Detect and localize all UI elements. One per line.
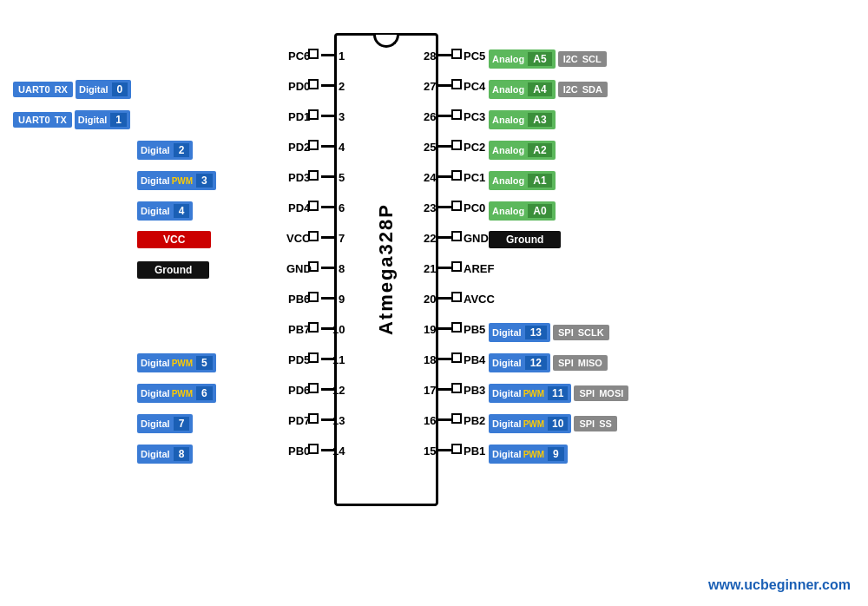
pin-line-22: [438, 236, 451, 239]
pin-name-2: PD0: [288, 80, 310, 93]
pwm-label-11: PWM: [523, 389, 544, 399]
badge-ground-right: Ground: [489, 231, 561, 248]
pin-num-11: 11: [332, 353, 345, 366]
pin-name-4: PD2: [288, 141, 310, 154]
spi-func-mosi: MOSI: [599, 388, 623, 399]
badge-digital-pwm-5: Digital PWM 5: [137, 353, 216, 372]
pin-name-20: AVCC: [464, 293, 495, 306]
pin-name-8: GND: [286, 262, 312, 275]
badge-group-16: Digital PWM 10 SPI SS: [489, 414, 617, 433]
digital-label-5: Digital: [141, 358, 170, 368]
digital-label-9: Digital: [492, 449, 522, 459]
pin-line-17: [438, 388, 451, 391]
pin-name-13: PD7: [288, 414, 310, 427]
badge-analog-a5: Analog A5: [489, 49, 556, 69]
digital-num-5: 5: [196, 356, 213, 370]
pin-num-10: 10: [332, 323, 345, 336]
pin-num-23: 23: [424, 201, 436, 214]
badge-i2c-sda: I2C SDA: [558, 82, 608, 97]
pin-name-6: PD4: [288, 201, 310, 214]
digital-label-10: Digital: [492, 418, 522, 429]
pin-line-25: [438, 145, 451, 148]
pin-num-5: 5: [339, 171, 345, 184]
pin-line-16: [438, 418, 451, 421]
pwm-label-5: PWM: [172, 359, 193, 368]
pin-name-5: PD3: [288, 171, 310, 184]
digital-num-11: 11: [548, 386, 568, 400]
pin-sq-19: [451, 322, 462, 333]
digital-num-13: 13: [525, 326, 547, 339]
badge-digital-4: Digital 4: [137, 201, 193, 221]
pin-sq-26: [451, 109, 462, 120]
badge-vcc: VCC: [137, 231, 211, 248]
pin-line-9: [321, 297, 334, 300]
pin-num-2: 2: [339, 80, 345, 93]
digital-label-7: Digital: [141, 418, 170, 429]
digital-label-2: Digital: [141, 145, 170, 155]
pin-name-22: GND: [464, 232, 489, 245]
pwm-label-3: PWM: [172, 176, 193, 186]
analog-label-a1: Analog: [492, 175, 524, 186]
digital-num: 0: [112, 82, 128, 96]
pin-sq-18: [451, 352, 462, 363]
pin-sq-20: [451, 292, 462, 302]
pin-num-9: 9: [339, 293, 345, 306]
pin-name-19: PB5: [464, 323, 485, 336]
pin-name-7: VCC: [286, 232, 310, 245]
pin-name-11: PD5: [288, 353, 310, 366]
badge-group-25: Analog A2: [489, 141, 556, 160]
badge-digital-1: Digital 1: [75, 110, 130, 129]
digital-label-8: Digital: [141, 449, 170, 459]
pin-sq-24: [451, 170, 462, 181]
pin-num-16: 16: [424, 414, 436, 427]
pin-sq-22: [451, 231, 462, 241]
pin-line-7: [321, 236, 334, 239]
pin-num-15: 15: [424, 445, 436, 458]
pin-name-24: PC1: [464, 171, 485, 184]
pin-num-14: 14: [332, 445, 345, 458]
pin-name-15: PB1: [464, 445, 485, 458]
spi-label-mosi: SPI: [579, 388, 595, 399]
pin-sq-27: [451, 79, 462, 89]
pin-name-17: PB3: [464, 384, 485, 397]
i2c-label-sda: I2C: [563, 84, 578, 95]
badge-group-19: Digital 13 SPI SCLK: [489, 323, 609, 342]
ic-notch: [373, 35, 399, 48]
badge-digital-2: Digital 2: [137, 141, 193, 160]
digital-num-6: 6: [196, 386, 213, 400]
pin-num-1: 1: [339, 49, 345, 63]
badge-ground-label-right: Ground: [489, 231, 561, 248]
pin-num-13: 13: [332, 414, 345, 427]
pin-line-8: [321, 267, 334, 269]
pin-num-25: 25: [424, 141, 436, 154]
i2c-label-scl: I2C: [563, 54, 578, 64]
pin-name-3: PD1: [288, 110, 310, 123]
badge-digital-0: Digital 0: [76, 80, 131, 99]
pin-name-9: PB6: [288, 293, 310, 306]
website-url: www.ucbeginner.com: [708, 577, 851, 593]
digital-label-13: Digital: [492, 327, 522, 338]
spi-func-miso: MISO: [578, 358, 602, 368]
digital-num-4: 4: [174, 204, 190, 218]
analog-num-a0: A0: [528, 204, 551, 218]
uart-dir-tx: TX: [55, 115, 67, 125]
uart-label-tx: UART0: [18, 115, 50, 125]
analog-label-a3: Analog: [492, 115, 524, 125]
badge-spi-ss: SPI SS: [574, 416, 616, 431]
pwm-label-6: PWM: [172, 389, 193, 399]
digital-num-7: 7: [174, 417, 190, 431]
pin-sq-25: [451, 140, 462, 150]
pin-num-6: 6: [339, 201, 345, 214]
pin-num-24: 24: [424, 171, 436, 184]
pin-num-27: 27: [424, 80, 436, 93]
spi-func-sclk: SCLK: [578, 327, 604, 338]
pwm-label-9: PWM: [523, 450, 544, 459]
badge-digital-8: Digital 8: [137, 445, 193, 464]
pin-num-20: 20: [424, 293, 436, 306]
badge-group-3: UART0 TX Digital 1: [13, 110, 130, 129]
analog-num-a4: A4: [528, 82, 551, 96]
pin-num-26: 26: [424, 110, 436, 123]
badge-digital-7: Digital 7: [137, 414, 193, 433]
digital-num-2: 2: [174, 143, 190, 157]
analog-num-a5: A5: [528, 52, 551, 66]
